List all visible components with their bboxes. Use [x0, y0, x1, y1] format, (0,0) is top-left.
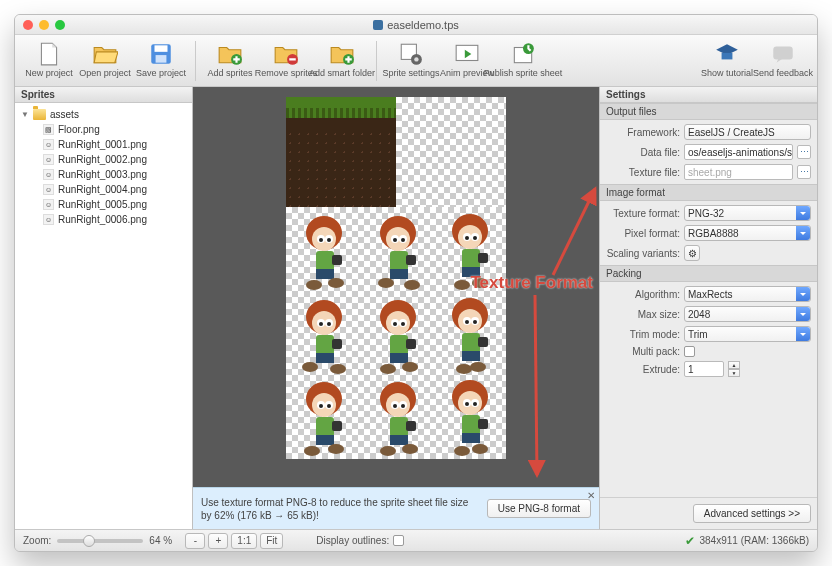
zoom-label: Zoom: [23, 535, 51, 546]
svg-rect-90 [332, 421, 342, 431]
svg-rect-98 [390, 435, 408, 445]
svg-point-84 [319, 404, 323, 408]
runner-sprite [434, 209, 506, 293]
scaling-variants-label: Scaling variants: [606, 248, 680, 259]
framework-label: Framework: [606, 127, 680, 138]
zoom-1to1-button[interactable]: 1:1 [231, 533, 257, 549]
feedback-icon [770, 41, 796, 67]
browse-data-file-icon[interactable]: ⋯ [797, 145, 811, 159]
tree-item[interactable]: ☺RunRight_0002.png [15, 152, 192, 167]
svg-rect-12 [722, 53, 733, 59]
tree-item[interactable]: ☺RunRight_0005.png [15, 197, 192, 212]
open-project-icon [92, 41, 118, 67]
svg-rect-108 [462, 415, 480, 435]
runner-sprite [288, 209, 360, 293]
add-smart-folder-icon [329, 41, 355, 67]
remove-sprites-button[interactable]: Remove sprites [258, 39, 314, 78]
svg-point-52 [327, 322, 331, 326]
sprites-header: Sprites [15, 87, 192, 103]
svg-rect-54 [316, 353, 334, 363]
zoom-slider[interactable] [57, 539, 143, 543]
max-size-select[interactable]: 2048 [684, 306, 811, 322]
svg-rect-101 [406, 421, 416, 431]
runner-sprite [362, 209, 434, 293]
browse-texture-file-icon[interactable]: ⋯ [797, 165, 811, 179]
svg-point-40 [465, 236, 469, 240]
sprite-settings-button[interactable]: Sprite settings [383, 39, 439, 78]
sprite-tree[interactable]: ▼ assets ▧Floor.png ☺RunRight_0001.png ☺… [15, 103, 192, 529]
svg-point-22 [306, 280, 322, 290]
tree-item[interactable]: ☺RunRight_0001.png [15, 137, 192, 152]
tutorial-icon [714, 41, 740, 67]
algorithm-select[interactable]: MaxRects [684, 286, 811, 302]
data-file-label: Data file: [606, 147, 680, 158]
svg-point-88 [304, 446, 320, 456]
trim-mode-select[interactable]: Trim [684, 326, 811, 342]
svg-rect-109 [462, 433, 480, 443]
texture-format-select[interactable]: PNG-32 [684, 205, 811, 221]
svg-point-99 [380, 446, 396, 456]
new-project-button[interactable]: New project [21, 39, 77, 78]
svg-rect-97 [390, 417, 408, 437]
svg-point-19 [327, 238, 331, 242]
preview-canvas[interactable]: Texture Format Use texture format PNG-8 … [193, 87, 599, 529]
multipack-checkbox[interactable] [684, 346, 695, 357]
tree-item[interactable]: ☺RunRight_0006.png [15, 212, 192, 227]
tree-item[interactable]: ☺RunRight_0004.png [15, 182, 192, 197]
svg-point-44 [454, 280, 470, 290]
svg-point-29 [393, 238, 397, 242]
runner-sprite [288, 293, 360, 377]
svg-point-77 [456, 364, 472, 374]
svg-rect-20 [316, 251, 334, 271]
svg-point-56 [330, 364, 346, 374]
svg-rect-32 [390, 269, 408, 279]
svg-rect-43 [462, 267, 480, 277]
svg-rect-24 [332, 255, 342, 265]
svg-point-73 [465, 320, 469, 324]
annotation-arrow-icon [503, 179, 599, 289]
display-outlines-checkbox[interactable] [393, 535, 404, 546]
send-feedback-button[interactable]: Send feedback [755, 39, 811, 78]
tree-item[interactable]: ☺RunRight_0003.png [15, 167, 192, 182]
svg-point-85 [327, 404, 331, 408]
tree-folder[interactable]: ▼ assets [15, 107, 192, 122]
zoom-out-button[interactable]: - [185, 533, 205, 549]
svg-point-23 [328, 278, 344, 288]
add-sprites-button[interactable]: Add sprites [202, 39, 258, 78]
extrude-stepper[interactable]: ▲▼ [728, 361, 740, 377]
svg-rect-46 [478, 253, 488, 263]
tree-item[interactable]: ▧Floor.png [15, 122, 192, 137]
image-format-section: Image format [600, 184, 817, 201]
svg-point-89 [328, 444, 344, 454]
svg-rect-42 [462, 249, 480, 269]
runner-sprite [434, 375, 506, 459]
svg-rect-86 [316, 417, 334, 437]
zoom-fit-button[interactable]: Fit [260, 533, 283, 549]
save-project-button[interactable]: Save project [133, 39, 189, 78]
show-tutorial-button[interactable]: Show tutorial [699, 39, 755, 78]
scaling-variants-button[interactable]: ⚙ [684, 245, 700, 261]
svg-point-78 [470, 362, 486, 372]
svg-rect-64 [390, 335, 408, 355]
extrude-field[interactable]: 1 [684, 361, 724, 377]
use-png8-button[interactable]: Use PNG-8 format [487, 499, 591, 518]
svg-point-96 [401, 404, 405, 408]
svg-rect-76 [462, 351, 480, 361]
packing-section: Packing [600, 265, 817, 282]
advanced-settings-button[interactable]: Advanced settings >> [693, 504, 811, 523]
svg-point-55 [302, 362, 318, 372]
runner-sprite [434, 293, 506, 377]
disclosure-icon[interactable]: ▼ [21, 110, 29, 119]
publish-button[interactable]: Publish sprite sheet [495, 39, 551, 78]
data-file-field[interactable]: os/easeljs-animations/sheet.json [684, 144, 793, 160]
add-smart-folder-button[interactable]: Add smart folder [314, 39, 370, 78]
sprite-thumb-icon: ☺ [43, 139, 54, 150]
framework-select[interactable]: EaselJS / CreateJS [684, 124, 811, 140]
pixel-format-select[interactable]: RGBA8888 [684, 225, 811, 241]
zoom-value: 64 % [149, 535, 185, 546]
zoom-in-button[interactable]: + [208, 533, 228, 549]
svg-point-18 [319, 238, 323, 242]
close-tip-icon[interactable]: ✕ [587, 490, 595, 501]
open-project-button[interactable]: Open project [77, 39, 133, 78]
svg-rect-57 [332, 339, 342, 349]
